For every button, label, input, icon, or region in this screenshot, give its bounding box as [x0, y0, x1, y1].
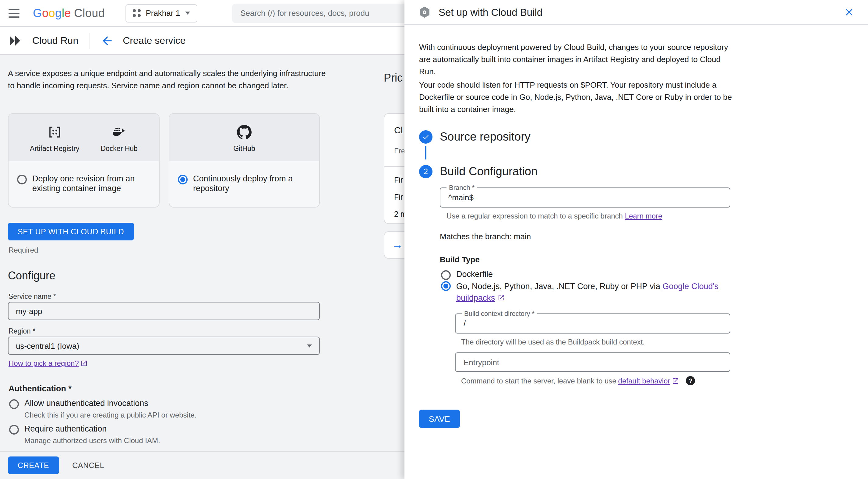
deploy-revision-label: Deploy one revision from an existing con…: [32, 174, 151, 194]
external-link-icon: [81, 360, 88, 367]
branch-field-label: Branch *: [446, 184, 477, 191]
authentication-heading: Authentication *: [8, 384, 71, 393]
google-wordmark: Google: [33, 6, 71, 20]
pricing-row: Fir: [394, 176, 403, 184]
allow-unauthenticated-option[interactable]: Allow unauthenticated invocations Check …: [9, 399, 197, 419]
google-cloud-logo[interactable]: Google Cloud: [33, 6, 105, 20]
cloud-build-panel: Set up with Cloud Build With continuous …: [404, 0, 868, 479]
panel-intro-paragraph: Your code should listen for HTTP request…: [419, 79, 739, 116]
region-value: us-central1 (Iowa): [16, 341, 79, 350]
service-name-field[interactable]: [8, 302, 320, 320]
entrypoint-helper-text: Command to start the server, leave blank…: [461, 376, 616, 385]
cloud-wordmark: Cloud: [74, 6, 105, 20]
buildpacks-label: Go, Node.js, Python, Java, .NET Core, Ru…: [456, 281, 733, 304]
branch-helper-text: Use a regular expression to match to a s…: [446, 212, 625, 220]
continuous-deploy-option[interactable]: Continuously deploy from a repository: [169, 161, 319, 194]
buildpacks-option[interactable]: Go, Node.js, Python, Java, .NET Core, Ru…: [441, 281, 733, 304]
create-button[interactable]: CREATE: [8, 456, 59, 474]
radio-button[interactable]: [441, 270, 451, 280]
entrypoint-helper: Command to start the server, leave blank…: [461, 376, 695, 385]
configure-heading: Configure: [8, 270, 56, 282]
step-connector: [425, 146, 426, 160]
docker-hub-label: Docker Hub: [100, 145, 137, 152]
radio-button[interactable]: [178, 175, 188, 184]
chevron-down-icon: [185, 11, 190, 14]
save-button[interactable]: SAVE: [419, 410, 460, 428]
continuous-deploy-label: Continuously deploy from a repository: [193, 174, 311, 194]
panel-intro-paragraph: With continuous deployment powered by Cl…: [419, 41, 739, 78]
step-number: 2: [419, 165, 432, 178]
menu-icon[interactable]: [8, 9, 20, 18]
region-help-link[interactable]: How to pick a region?: [8, 359, 88, 368]
pricing-row: Fir: [394, 193, 403, 201]
repo-icons: GitHub: [169, 114, 319, 161]
project-icon: [133, 9, 141, 17]
help-icon[interactable]: ?: [686, 376, 695, 385]
artifact-registry-option: Artifact Registry: [30, 125, 79, 152]
dockerfile-option[interactable]: Dockerfile: [441, 270, 493, 280]
pricing-card-title: Cl: [394, 125, 403, 135]
cancel-button[interactable]: CANCEL: [72, 461, 104, 470]
pricing-heading: Pric: [384, 72, 403, 84]
required-note: Required: [8, 246, 38, 254]
radio-button[interactable]: [17, 175, 27, 184]
branch-match-note: Matches the branch: main: [440, 232, 531, 241]
step-build-configuration: 2 Build Configuration: [419, 165, 537, 178]
artifact-registry-label: Artifact Registry: [30, 145, 79, 152]
require-authentication-label: Require authentication: [24, 424, 160, 434]
docker-hub-option: Docker Hub: [100, 125, 137, 152]
setup-cloud-build-button[interactable]: SET UP WITH CLOUD BUILD: [8, 223, 134, 240]
branch-input[interactable]: [440, 188, 730, 207]
service-intro-text: A service exposes a unique endpoint and …: [8, 68, 326, 92]
google-cloud-console: Google Cloud Prakhar 1 Cloud Run Create …: [0, 0, 868, 479]
divider: [89, 33, 90, 48]
region-help-link-text[interactable]: How to pick a region?: [8, 359, 79, 368]
artifact-registry-icon: [47, 125, 62, 139]
project-selector[interactable]: Prakhar 1: [125, 4, 197, 22]
region-select[interactable]: us-central1 (Iowa): [8, 337, 320, 355]
build-context-label: Build context directory *: [462, 310, 537, 317]
build-context-field[interactable]: Build context directory *: [455, 313, 730, 334]
branch-field[interactable]: Branch *: [440, 187, 730, 208]
back-arrow-icon[interactable]: [100, 34, 114, 47]
step-title: Source repository: [440, 130, 531, 144]
radio-button[interactable]: [9, 425, 19, 435]
entrypoint-input[interactable]: [456, 353, 730, 371]
panel-intro: With continuous deployment powered by Cl…: [419, 41, 739, 116]
pricing-next-arrow-icon: →: [392, 239, 403, 251]
repository-card: GitHub Continuously deploy from a reposi…: [169, 113, 320, 208]
allow-unauthenticated-desc: Check this if you are creating a public …: [24, 411, 197, 419]
deploy-revision-option[interactable]: Deploy one revision from an existing con…: [8, 161, 159, 194]
panel-title: Set up with Cloud Build: [439, 6, 542, 18]
service-name-label: Service name *: [8, 293, 56, 300]
github-option: GitHub: [233, 125, 255, 152]
allow-unauthenticated-label: Allow unauthenticated invocations: [24, 399, 197, 408]
region-label: Region *: [8, 328, 35, 335]
close-icon[interactable]: [844, 7, 855, 18]
build-type-label: Build Type: [440, 255, 480, 264]
branch-helper: Use a regular expression to match to a s…: [446, 212, 662, 220]
panel-body: With continuous deployment powered by Cl…: [404, 25, 868, 479]
radio-button[interactable]: [9, 399, 19, 409]
deploy-source-cards: Artifact Registry Docker Hub Deploy one …: [8, 113, 320, 208]
step-check-icon: [419, 130, 432, 144]
radio-button[interactable]: [441, 281, 451, 291]
entrypoint-field[interactable]: [455, 352, 730, 372]
chevron-down-icon: [307, 344, 312, 347]
cloud-build-icon: [418, 5, 431, 19]
default-behavior-link[interactable]: default behavior: [618, 376, 670, 385]
github-icon: [237, 125, 252, 139]
external-link-icon: [672, 377, 679, 384]
pricing-card-subtitle: Fre: [394, 147, 405, 155]
project-name: Prakhar 1: [146, 8, 180, 18]
require-authentication-desc: Manage authorized users with Cloud IAM.: [24, 436, 160, 445]
step-source-repository: Source repository: [419, 130, 531, 144]
container-image-card: Artifact Registry Docker Hub Deploy one …: [8, 113, 160, 208]
external-link-icon: [497, 294, 505, 301]
learn-more-link[interactable]: Learn more: [625, 212, 662, 220]
build-context-helper: The directory will be used as the Buildp…: [461, 338, 645, 346]
require-authentication-option[interactable]: Require authentication Manage authorized…: [9, 424, 160, 445]
step-title: Build Configuration: [440, 165, 537, 178]
docker-hub-icon: [112, 125, 126, 139]
github-label: GitHub: [233, 145, 255, 152]
